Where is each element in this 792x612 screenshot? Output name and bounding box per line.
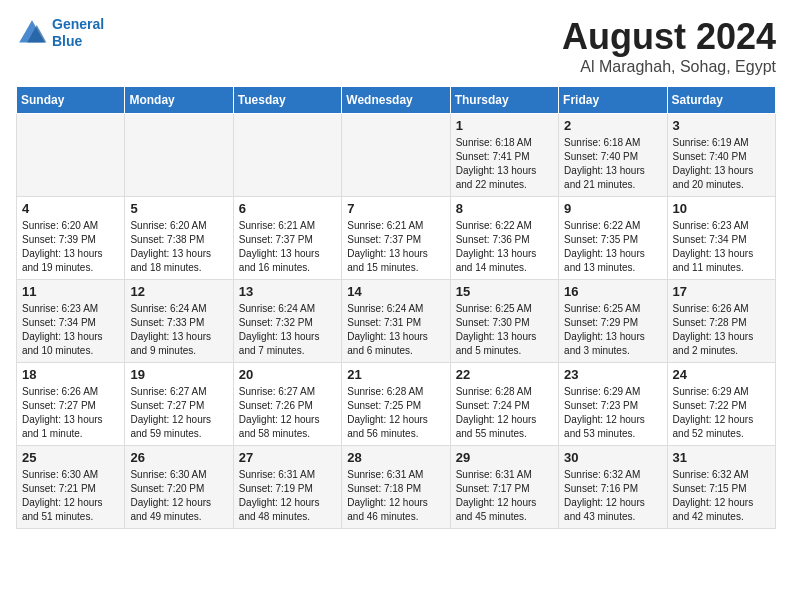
day-content: Sunrise: 6:29 AM Sunset: 7:22 PM Dayligh… [673, 385, 770, 441]
day-number: 10 [673, 201, 770, 216]
day-content: Sunrise: 6:28 AM Sunset: 7:24 PM Dayligh… [456, 385, 553, 441]
calendar-cell: 20Sunrise: 6:27 AM Sunset: 7:26 PM Dayli… [233, 363, 341, 446]
calendar-cell: 31Sunrise: 6:32 AM Sunset: 7:15 PM Dayli… [667, 446, 775, 529]
day-number: 8 [456, 201, 553, 216]
header-day-monday: Monday [125, 87, 233, 114]
calendar-cell: 1Sunrise: 6:18 AM Sunset: 7:41 PM Daylig… [450, 114, 558, 197]
day-number: 29 [456, 450, 553, 465]
day-number: 13 [239, 284, 336, 299]
day-content: Sunrise: 6:30 AM Sunset: 7:21 PM Dayligh… [22, 468, 119, 524]
day-content: Sunrise: 6:20 AM Sunset: 7:38 PM Dayligh… [130, 219, 227, 275]
day-content: Sunrise: 6:22 AM Sunset: 7:35 PM Dayligh… [564, 219, 661, 275]
calendar-week-row: 25Sunrise: 6:30 AM Sunset: 7:21 PM Dayli… [17, 446, 776, 529]
calendar-cell: 17Sunrise: 6:26 AM Sunset: 7:28 PM Dayli… [667, 280, 775, 363]
calendar-week-row: 1Sunrise: 6:18 AM Sunset: 7:41 PM Daylig… [17, 114, 776, 197]
day-number: 11 [22, 284, 119, 299]
day-content: Sunrise: 6:18 AM Sunset: 7:41 PM Dayligh… [456, 136, 553, 192]
calendar-cell [17, 114, 125, 197]
calendar-body: 1Sunrise: 6:18 AM Sunset: 7:41 PM Daylig… [17, 114, 776, 529]
title-block: August 2024 Al Maraghah, Sohag, Egypt [562, 16, 776, 76]
logo-icon [16, 17, 48, 49]
calendar-cell: 11Sunrise: 6:23 AM Sunset: 7:34 PM Dayli… [17, 280, 125, 363]
day-number: 4 [22, 201, 119, 216]
header-day-sunday: Sunday [17, 87, 125, 114]
day-number: 25 [22, 450, 119, 465]
day-number: 2 [564, 118, 661, 133]
day-number: 30 [564, 450, 661, 465]
day-content: Sunrise: 6:31 AM Sunset: 7:19 PM Dayligh… [239, 468, 336, 524]
day-content: Sunrise: 6:19 AM Sunset: 7:40 PM Dayligh… [673, 136, 770, 192]
calendar-cell: 21Sunrise: 6:28 AM Sunset: 7:25 PM Dayli… [342, 363, 450, 446]
calendar-cell: 23Sunrise: 6:29 AM Sunset: 7:23 PM Dayli… [559, 363, 667, 446]
day-content: Sunrise: 6:24 AM Sunset: 7:31 PM Dayligh… [347, 302, 444, 358]
calendar-cell: 15Sunrise: 6:25 AM Sunset: 7:30 PM Dayli… [450, 280, 558, 363]
day-content: Sunrise: 6:26 AM Sunset: 7:27 PM Dayligh… [22, 385, 119, 441]
calendar-title: August 2024 [562, 16, 776, 58]
header-day-tuesday: Tuesday [233, 87, 341, 114]
day-number: 23 [564, 367, 661, 382]
day-number: 20 [239, 367, 336, 382]
day-number: 24 [673, 367, 770, 382]
day-content: Sunrise: 6:27 AM Sunset: 7:26 PM Dayligh… [239, 385, 336, 441]
calendar-cell: 8Sunrise: 6:22 AM Sunset: 7:36 PM Daylig… [450, 197, 558, 280]
day-content: Sunrise: 6:22 AM Sunset: 7:36 PM Dayligh… [456, 219, 553, 275]
calendar-cell: 25Sunrise: 6:30 AM Sunset: 7:21 PM Dayli… [17, 446, 125, 529]
calendar-cell: 26Sunrise: 6:30 AM Sunset: 7:20 PM Dayli… [125, 446, 233, 529]
day-number: 15 [456, 284, 553, 299]
calendar-cell: 22Sunrise: 6:28 AM Sunset: 7:24 PM Dayli… [450, 363, 558, 446]
day-number: 21 [347, 367, 444, 382]
calendar-cell: 19Sunrise: 6:27 AM Sunset: 7:27 PM Dayli… [125, 363, 233, 446]
header-day-saturday: Saturday [667, 87, 775, 114]
calendar-cell: 6Sunrise: 6:21 AM Sunset: 7:37 PM Daylig… [233, 197, 341, 280]
calendar-cell: 29Sunrise: 6:31 AM Sunset: 7:17 PM Dayli… [450, 446, 558, 529]
calendar-cell: 30Sunrise: 6:32 AM Sunset: 7:16 PM Dayli… [559, 446, 667, 529]
calendar-cell [342, 114, 450, 197]
day-content: Sunrise: 6:23 AM Sunset: 7:34 PM Dayligh… [22, 302, 119, 358]
calendar-week-row: 11Sunrise: 6:23 AM Sunset: 7:34 PM Dayli… [17, 280, 776, 363]
day-content: Sunrise: 6:24 AM Sunset: 7:32 PM Dayligh… [239, 302, 336, 358]
calendar-cell: 10Sunrise: 6:23 AM Sunset: 7:34 PM Dayli… [667, 197, 775, 280]
calendar-cell: 28Sunrise: 6:31 AM Sunset: 7:18 PM Dayli… [342, 446, 450, 529]
logo: General Blue [16, 16, 104, 50]
day-content: Sunrise: 6:29 AM Sunset: 7:23 PM Dayligh… [564, 385, 661, 441]
day-content: Sunrise: 6:20 AM Sunset: 7:39 PM Dayligh… [22, 219, 119, 275]
day-content: Sunrise: 6:30 AM Sunset: 7:20 PM Dayligh… [130, 468, 227, 524]
calendar-cell: 4Sunrise: 6:20 AM Sunset: 7:39 PM Daylig… [17, 197, 125, 280]
calendar-subtitle: Al Maraghah, Sohag, Egypt [562, 58, 776, 76]
day-number: 7 [347, 201, 444, 216]
calendar-cell: 18Sunrise: 6:26 AM Sunset: 7:27 PM Dayli… [17, 363, 125, 446]
day-content: Sunrise: 6:31 AM Sunset: 7:17 PM Dayligh… [456, 468, 553, 524]
day-number: 17 [673, 284, 770, 299]
day-number: 12 [130, 284, 227, 299]
day-content: Sunrise: 6:32 AM Sunset: 7:15 PM Dayligh… [673, 468, 770, 524]
day-number: 19 [130, 367, 227, 382]
day-content: Sunrise: 6:25 AM Sunset: 7:29 PM Dayligh… [564, 302, 661, 358]
calendar-cell: 5Sunrise: 6:20 AM Sunset: 7:38 PM Daylig… [125, 197, 233, 280]
calendar-cell: 7Sunrise: 6:21 AM Sunset: 7:37 PM Daylig… [342, 197, 450, 280]
page-header: General Blue August 2024 Al Maraghah, So… [16, 16, 776, 76]
day-number: 31 [673, 450, 770, 465]
day-number: 27 [239, 450, 336, 465]
calendar-cell: 13Sunrise: 6:24 AM Sunset: 7:32 PM Dayli… [233, 280, 341, 363]
day-number: 26 [130, 450, 227, 465]
day-content: Sunrise: 6:25 AM Sunset: 7:30 PM Dayligh… [456, 302, 553, 358]
calendar-cell: 12Sunrise: 6:24 AM Sunset: 7:33 PM Dayli… [125, 280, 233, 363]
header-day-wednesday: Wednesday [342, 87, 450, 114]
day-number: 1 [456, 118, 553, 133]
day-content: Sunrise: 6:32 AM Sunset: 7:16 PM Dayligh… [564, 468, 661, 524]
calendar-header-row: SundayMondayTuesdayWednesdayThursdayFrid… [17, 87, 776, 114]
day-number: 9 [564, 201, 661, 216]
calendar-week-row: 4Sunrise: 6:20 AM Sunset: 7:39 PM Daylig… [17, 197, 776, 280]
day-number: 16 [564, 284, 661, 299]
calendar-cell: 14Sunrise: 6:24 AM Sunset: 7:31 PM Dayli… [342, 280, 450, 363]
day-number: 5 [130, 201, 227, 216]
day-number: 22 [456, 367, 553, 382]
calendar-cell: 9Sunrise: 6:22 AM Sunset: 7:35 PM Daylig… [559, 197, 667, 280]
day-number: 6 [239, 201, 336, 216]
day-content: Sunrise: 6:28 AM Sunset: 7:25 PM Dayligh… [347, 385, 444, 441]
calendar-table: SundayMondayTuesdayWednesdayThursdayFrid… [16, 86, 776, 529]
day-number: 28 [347, 450, 444, 465]
day-number: 14 [347, 284, 444, 299]
day-content: Sunrise: 6:24 AM Sunset: 7:33 PM Dayligh… [130, 302, 227, 358]
day-number: 18 [22, 367, 119, 382]
